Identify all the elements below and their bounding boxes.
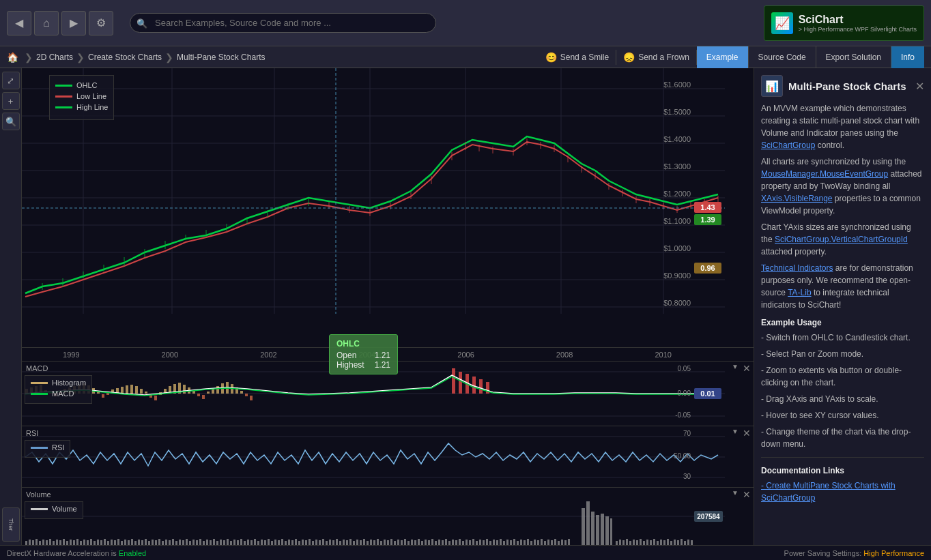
rsi-header: RSI [22, 426, 42, 440]
svg-rect-251 [397, 540, 399, 545]
back-button[interactable]: ◀ [7, 11, 31, 35]
legend-low-line: Low Line [55, 92, 108, 100]
svg-rect-323 [663, 540, 665, 545]
info-close-button[interactable]: ✕ [915, 80, 924, 93]
power-value: High Performance [863, 549, 924, 557]
svg-rect-264 [442, 540, 444, 545]
svg-rect-307 [605, 516, 609, 545]
svg-rect-179 [152, 540, 154, 545]
svg-rect-248 [387, 540, 389, 545]
macd-dropdown[interactable]: ▼ [732, 363, 739, 370]
rsi-pane: 70 50.00 30 RSI RSI ▼ ✕ [0, 426, 754, 487]
svg-rect-213 [268, 539, 270, 545]
svg-rect-271 [465, 540, 468, 545]
volume-svg: 207584 [22, 488, 754, 545]
svg-rect-142 [25, 541, 27, 545]
svg-rect-233 [336, 539, 338, 545]
macd-close-button[interactable]: ✕ [743, 363, 751, 374]
svg-rect-123 [250, 396, 253, 400]
search-input[interactable] [130, 13, 436, 33]
svg-rect-312 [626, 539, 628, 545]
svg-rect-223 [302, 540, 304, 545]
volume-header: Volume [22, 488, 55, 501]
svg-rect-92 [102, 394, 104, 398]
breadcrumb-sep-2: ❯ [165, 52, 173, 63]
svg-rect-176 [141, 540, 143, 545]
svg-rect-99 [135, 386, 138, 394]
svg-rect-288 [524, 540, 526, 545]
svg-rect-260 [428, 540, 430, 545]
scichart-group-id-link[interactable]: SciChartGroup.VerticalChartGroupId [775, 235, 908, 244]
source-code-tab[interactable]: Source Code [749, 46, 816, 68]
svg-rect-212 [264, 540, 266, 545]
breadcrumb-create-stock-charts[interactable]: Create Stock Charts [88, 53, 162, 62]
rsi-dropdown[interactable]: ▼ [732, 428, 739, 435]
macd-header: MACD [22, 362, 52, 375]
svg-rect-145 [35, 539, 38, 545]
svg-rect-331 [691, 540, 693, 545]
svg-rect-229 [322, 539, 324, 545]
breadcrumb-home[interactable]: 🏠 [7, 52, 21, 63]
svg-rect-156 [73, 540, 75, 545]
legend-low-line-color [55, 95, 72, 98]
svg-rect-320 [653, 539, 655, 545]
svg-rect-304 [591, 512, 595, 545]
chart-icon: 📊 [761, 75, 783, 97]
send-smile-button[interactable]: 😊 Send a Smile [539, 50, 616, 65]
svg-rect-184 [169, 540, 171, 545]
example-tab[interactable]: Example [697, 46, 749, 68]
breadcrumb-multi-pane: Multi-Pane Stock Charts [177, 53, 265, 62]
svg-rect-256 [414, 540, 416, 545]
scichart-group-link[interactable]: SciChartGroup [761, 141, 815, 150]
search-bar [130, 13, 436, 33]
breadcrumb-bar: 🏠 ❯ 2D Charts ❯ Create Stock Charts ❯ Mu… [0, 46, 931, 68]
chart-area: ⤢ + 🔍 Ther [0, 68, 754, 545]
rsi-close-button[interactable]: ✕ [743, 428, 751, 439]
zoom-button[interactable]: 🔍 [2, 113, 20, 130]
svg-rect-167 [111, 540, 113, 545]
svg-rect-122 [245, 394, 248, 396]
svg-text:0.05: 0.05 [678, 365, 691, 372]
svg-text:$1.0000: $1.0000 [663, 244, 691, 252]
add-series-button[interactable]: + [2, 92, 20, 110]
volume-close-button[interactable]: ✕ [743, 489, 751, 500]
svg-rect-162 [94, 541, 96, 545]
home-button[interactable]: ⌂ [34, 11, 59, 35]
svg-rect-166 [107, 541, 109, 545]
tooltip-highest-row: Highest 1.21 [336, 360, 390, 370]
chart-legend: OHLC Low Line High Line [49, 75, 114, 120]
info-tab[interactable]: Info [891, 46, 924, 68]
send-frown-button[interactable]: 😞 Send a Frown [616, 50, 697, 65]
svg-rect-232 [332, 540, 334, 545]
svg-rect-253 [404, 539, 406, 545]
svg-rect-219 [288, 540, 290, 545]
svg-rect-177 [145, 539, 147, 545]
xaxis-link[interactable]: XAxis.VisibleRange [761, 194, 833, 203]
theme-button[interactable]: Ther [2, 507, 20, 542]
volume-dropdown[interactable]: ▼ [732, 489, 739, 497]
usage-item-5: - Change theme of the chart via the drop… [761, 426, 924, 450]
settings-button[interactable]: ⚙ [89, 11, 113, 35]
usage-item-1: - Select Pan or Zoom mode. [761, 348, 924, 360]
svg-rect-207 [247, 540, 249, 545]
tech-indicators-link[interactable]: Technical Indicators [761, 263, 833, 273]
svg-rect-249 [390, 539, 392, 545]
main-chart-pane: $1.6000 $1.5000 $1.4000 $1.3000 $1.2000 … [22, 68, 754, 347]
export-solution-tab[interactable]: Export Solution [816, 46, 891, 68]
breadcrumb-2d-charts[interactable]: 2D Charts [36, 53, 73, 62]
svg-text:70: 70 [683, 430, 691, 437]
svg-rect-163 [97, 540, 99, 545]
svg-rect-196 [210, 540, 212, 545]
svg-rect-329 [684, 541, 686, 545]
zoom-extents-button[interactable]: ⤢ [2, 72, 20, 89]
create-multipane-link[interactable]: - Create MultiPane Stock Charts with Sci… [761, 481, 896, 503]
forward-button[interactable]: ▶ [61, 11, 86, 35]
svg-rect-201 [227, 539, 229, 545]
svg-rect-281 [500, 539, 502, 545]
mouse-manager-link[interactable]: MouseManager.MouseEventGroup [761, 169, 888, 179]
ta-lib-link[interactable]: TA-Lib [788, 288, 811, 297]
svg-rect-183 [165, 540, 167, 545]
svg-rect-160 [87, 540, 89, 545]
usage-item-3: - Drag XAxis and YAxis to scale. [761, 393, 924, 405]
svg-rect-195 [206, 540, 208, 545]
